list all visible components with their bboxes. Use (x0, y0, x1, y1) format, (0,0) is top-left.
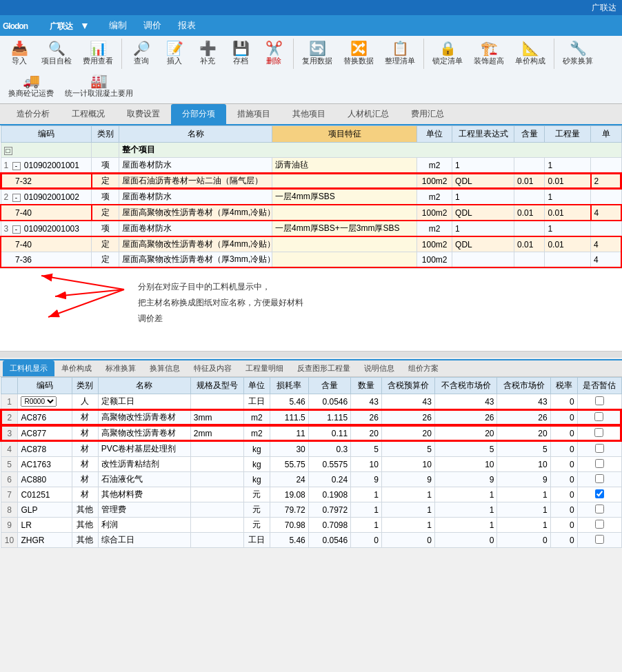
concrete-unified-button[interactable]: 🏭 统一计取混凝土要用 (61, 72, 137, 101)
cell-estimate[interactable] (577, 441, 621, 457)
fee-view-button[interactable]: 📊 费用查看 (79, 39, 117, 68)
table-row[interactable]: 7-40 定 屋面高聚物改性沥青卷材（厚4mm,冷贴）满铺 100m2 QDL … (1, 205, 621, 221)
table-row[interactable]: 2 - 010902001002 项 屋面卷材防水 一层4mm厚SBS m2 1… (1, 189, 621, 205)
cell-spec (190, 394, 243, 410)
estimate-checkbox[interactable] (595, 474, 604, 483)
insert-button[interactable]: 📝 插入 (159, 39, 190, 68)
cell-estimate[interactable] (577, 518, 621, 533)
cell-content: 0.0546 (308, 394, 350, 410)
tab-project-overview[interactable]: 工程概况 (61, 104, 116, 124)
bottom-tab-pricing[interactable]: 组价方案 (401, 360, 445, 376)
estimate-checkbox[interactable] (595, 489, 604, 498)
bottom-tab-convert-info[interactable]: 换算信息 (143, 360, 187, 376)
tab-items[interactable]: 分部分项 (171, 104, 226, 124)
table-row[interactable]: 8 GLP 其他 管理费 元 79.72 0.7972 1 1 1 1 0 (1, 502, 621, 518)
query-button[interactable]: 🔎 查询 (126, 39, 157, 68)
import-button[interactable]: 📥 导入 (4, 39, 34, 68)
save-button[interactable]: 💾 存档 (225, 39, 256, 68)
cell-unit: 元 (243, 502, 270, 518)
concrete-transport-button[interactable]: 🚚 换商砼记运费 (4, 72, 58, 101)
table-row[interactable]: 1 R00001 人 定额工日 工日 5.46 0.0546 43 43 43 … (1, 394, 621, 410)
table-row[interactable]: 7-36 定 屋面高聚物改性沥青卷材（厚3mm,冷贴）满铺 100m2 4 (1, 252, 621, 268)
estimate-checkbox[interactable] (595, 444, 604, 453)
cell-name: 屋面卷材防水 (119, 158, 272, 174)
tab-fee-settings[interactable]: 取费设置 (116, 104, 171, 124)
bottom-tab-qty-detail[interactable]: 工程量明细 (239, 360, 290, 376)
header-spec: 规格及型号 (190, 378, 243, 394)
cell-estimate[interactable] (577, 472, 621, 487)
table-row[interactable]: 2 AC876 材 高聚物改性沥青卷材 3mm m2 111.5 1.115 2… (1, 409, 621, 425)
cell-qty: 20 (351, 425, 382, 441)
expand-btn[interactable]: - (12, 162, 21, 170)
project-check-button[interactable]: 🔍 项目自检 (37, 39, 76, 68)
expand-btn[interactable]: □ (4, 147, 12, 155)
table-row[interactable]: 7-40 定 屋面高聚物改性沥青卷材（厚4mm,冷贴）满铺 100m2 QDL … (1, 236, 621, 252)
tab-labor-material[interactable]: 人材机汇总 (337, 104, 400, 124)
reuse-data-button[interactable]: 🔄 复用数据 (298, 39, 337, 68)
menu-item-report[interactable]: 报表 (170, 17, 204, 34)
cell-loss: 11 (270, 425, 308, 441)
table-row[interactable]: 1 - 010902001001 项 屋面卷材防水 沥青油毡 m2 1 1 (1, 158, 621, 174)
expand-btn[interactable]: - (12, 225, 21, 234)
tab-cost-analysis[interactable]: 造价分析 (6, 104, 61, 124)
logo-dropdown-arrow[interactable]: ▼ (80, 20, 90, 31)
table-row[interactable]: 4 AC878 材 PVC卷村基层处理剂 kg 30 0.3 5 5 5 5 0 (1, 441, 621, 457)
scroll-bar[interactable] (0, 351, 622, 358)
cell-estimate[interactable] (577, 409, 621, 425)
table-row[interactable]: □ 整个项目 (1, 143, 621, 158)
organize-button[interactable]: 📋 整理清单 (381, 39, 419, 68)
table-row[interactable]: 7 C01251 材 其他材料费 元 19.08 0.1908 1 1 1 1 … (1, 487, 621, 502)
bottom-tab-features[interactable]: 特征及内容 (187, 360, 239, 376)
cell-estimate[interactable] (577, 502, 621, 518)
unit-price-button[interactable]: 📐 单价构成 (511, 39, 550, 68)
cell-content: 0.7972 (308, 502, 350, 518)
cell-estimate[interactable] (577, 394, 621, 410)
table-row[interactable]: 7-32 定 屋面石油沥青卷材一站二油（隔气层） 100m2 QDL 0.01 … (1, 173, 621, 189)
table-row[interactable]: 3 - 010902001003 项 屋面卷材防水 一层4mm厚SBS+一层3m… (1, 221, 621, 236)
cell-name: 高聚物改性沥青卷材 (98, 425, 190, 441)
supplement-button[interactable]: ➕ 补充 (192, 39, 223, 68)
table-row[interactable]: 9 LR 其他 利润 元 70.98 0.7098 1 1 1 1 0 (1, 518, 621, 533)
main-table-area: 编码 类别 名称 项目特征 单位 工程里表达式 含量 工程量 单 □ 整个项目 … (0, 125, 622, 268)
tab-other[interactable]: 其他项目 (281, 104, 337, 124)
table-row[interactable]: 10 ZHGR 其他 综合工日 工日 5.46 0.0546 0 0 0 0 0 (1, 533, 621, 548)
bottom-tab-reverse-qty[interactable]: 反查图形工程量 (290, 360, 357, 376)
table-row[interactable]: 6 AC880 材 石油液化气 kg 24 0.24 9 9 9 9 0 (1, 472, 621, 487)
menu-item-price[interactable]: 调价 (135, 17, 170, 34)
tab-measures[interactable]: 措施项目 (226, 104, 281, 124)
estimate-checkbox[interactable] (595, 396, 604, 405)
cell-qty: 1 (351, 487, 382, 502)
estimate-checkbox[interactable] (594, 428, 603, 437)
cell-name: 屋面高聚物改性沥青卷材（厚4mm,冷贴）满铺 (119, 205, 272, 221)
estimate-checkbox[interactable] (595, 459, 604, 468)
menu-item-edit[interactable]: 编制 (101, 17, 135, 34)
table-row[interactable]: 3 AC877 材 高聚物改性沥青卷材 2mm m2 11 0.11 20 20… (1, 425, 621, 441)
estimate-checkbox[interactable] (595, 520, 604, 529)
bottom-tab-labor[interactable]: 工料机显示 (3, 360, 54, 376)
cell-content (514, 252, 544, 268)
estimate-checkbox[interactable] (595, 505, 604, 513)
cell-estimate[interactable] (577, 487, 621, 502)
expand-btn[interactable]: - (12, 194, 21, 202)
bottom-table-area: 编码 类别 名称 规格及型号 单位 损耗率 含量 数量 含税预算价 不含税市场价… (0, 377, 622, 548)
bottom-tab-std-convert[interactable]: 标准换算 (99, 360, 143, 376)
cell-loss: 55.75 (270, 457, 308, 472)
estimate-checkbox[interactable] (594, 412, 603, 421)
replace-data-button[interactable]: 🔀 替换数据 (339, 39, 378, 68)
cell-estimate[interactable] (577, 533, 621, 548)
tab-fees[interactable]: 费用汇总 (400, 104, 455, 124)
cell-estimate[interactable] (577, 425, 621, 441)
header-unit: 单位 (243, 378, 270, 394)
estimate-checkbox[interactable] (595, 535, 604, 544)
cell-notax-market: 10 (434, 457, 497, 472)
mortar-button[interactable]: 🔧 砂浆换算 (559, 39, 597, 68)
insert-label: 插入 (167, 56, 182, 66)
decor-button[interactable]: 🏗️ 装饰超高 (470, 39, 508, 68)
table-row[interactable]: 5 AC1763 材 改性沥青粘结剂 kg 55.75 0.5575 10 10… (1, 457, 621, 472)
bottom-tab-unit-price[interactable]: 单价构成 (54, 360, 99, 376)
delete-button[interactable]: ✂️ 删除 (259, 39, 289, 68)
code-select[interactable]: R00001 (21, 396, 57, 407)
bottom-tab-description[interactable]: 说明信息 (357, 360, 401, 376)
lock-button[interactable]: 🔒 锁定清单 (428, 39, 467, 68)
cell-estimate[interactable] (577, 457, 621, 472)
